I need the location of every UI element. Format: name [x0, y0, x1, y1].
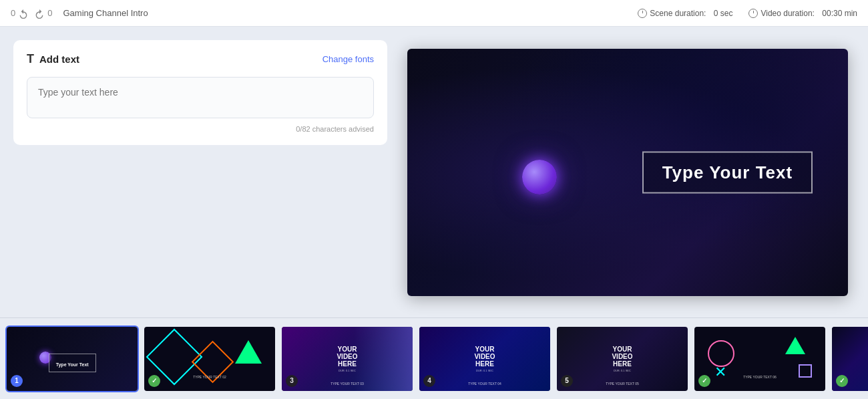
scene6-text: TYPE YOUR TEXT 06: [743, 375, 777, 379]
redo-icon[interactable]: [34, 8, 45, 19]
main-layout: T Add text Change fonts 0/82 characters …: [0, 27, 868, 317]
preview-area: Type Your Text: [401, 27, 868, 317]
topbar: 0 0 Gaming Channel Intro Scene duration:…: [0, 0, 868, 27]
scene2-text: TYPE YOUR TEXT 02: [193, 375, 226, 379]
undo-count: 0: [11, 8, 15, 18]
scene5-your-video: YOURVIDEOHERE: [612, 346, 632, 368]
scene4-center-text: YOURVIDEOHERE DUR: 0.1 SEC: [474, 346, 495, 372]
scene-item-7[interactable]: [831, 325, 868, 392]
scene-item-5[interactable]: YOURVIDEOHERE DUR: 0.1 SEC TYPE YOUR TEX…: [556, 325, 689, 392]
neon-circle: [708, 340, 734, 367]
project-title: Gaming Channel Intro: [63, 8, 148, 18]
scene5-dur: DUR: 0.1 SEC: [612, 369, 632, 372]
scene-duration: Scene duration: 0 sec: [638, 9, 732, 18]
clock-icon-1: [638, 9, 647, 18]
scene3-badge: 3: [286, 375, 298, 387]
text-overlay-label: Type Your Text: [662, 162, 793, 182]
scene3-your-video: YOURVIDEOHERE: [337, 346, 357, 368]
undo-icon[interactable]: [18, 8, 29, 19]
scene3-dur: DUR: 0.1 SEC: [337, 369, 357, 372]
redo-group: 0: [34, 8, 52, 19]
scene3-center-text: YOURVIDEOHERE DUR: 0.1 SEC: [337, 346, 357, 372]
scene5-bottom-text: TYPE YOUR TEXT 05: [606, 382, 639, 386]
left-panel: T Add text Change fonts 0/82 characters …: [0, 27, 401, 317]
filmstrip: Type Your Text 1 TYPE YOUR TEXT 02 YOURV…: [0, 317, 868, 399]
scene-item-6[interactable]: ✕ TYPE YOUR TEXT 06: [693, 325, 827, 392]
scene-item-3[interactable]: YOURVIDEOHERE DUR: 0.1 SEC TYPE YOUR TEX…: [280, 325, 414, 392]
text-input[interactable]: [27, 77, 374, 118]
text-overlay-box[interactable]: Type Your Text: [642, 151, 813, 193]
add-text-label: Add text: [39, 53, 79, 65]
scene5-center-text: YOURVIDEOHERE DUR: 0.1 SEC: [612, 346, 632, 372]
topbar-right: Scene duration: 0 sec Video duration: 00…: [638, 9, 857, 18]
triangle-shape: [235, 340, 262, 364]
video-duration: Video duration: 00:30 min: [748, 9, 857, 18]
scene4-bottom-text: TYPE YOUR TEXT 04: [468, 382, 501, 386]
scene-item-1[interactable]: Type Your Text 1: [5, 325, 139, 392]
panel-title: T Add text: [27, 52, 79, 66]
text-panel-card: T Add text Change fonts 0/82 characters …: [13, 40, 387, 145]
scene-item-2[interactable]: TYPE YOUR TEXT 02: [143, 325, 276, 392]
scene1-text: Type Your Text: [56, 362, 89, 367]
change-fonts-button[interactable]: Change fonts: [322, 54, 374, 64]
clock-icon-2: [748, 9, 758, 18]
scene-item-4[interactable]: YOURVIDEOHERE DUR: 0.1 SEC TYPE YOUR TEX…: [418, 325, 552, 392]
scene4-dur: DUR: 0.1 SEC: [474, 369, 495, 372]
panel-header: T Add text Change fonts: [27, 52, 374, 66]
scene1-textbox: Type Your Text: [49, 354, 96, 372]
neon-cross: ✕: [714, 364, 726, 381]
undo-group: 0: [11, 8, 29, 19]
scene7-badge: [836, 375, 848, 387]
scene6-badge: [698, 375, 710, 387]
neon-sq: [799, 364, 812, 378]
scene1-badge: 1: [11, 375, 23, 387]
scene2-badge: [148, 375, 160, 387]
char-count: 0/82 characters advised: [27, 125, 374, 133]
scene3-bottom-text: TYPE YOUR TEXT 03: [331, 382, 364, 386]
scene4-your-video: YOURVIDEOHERE: [474, 346, 495, 368]
scene4-badge: 4: [423, 375, 435, 387]
preview-canvas: Type Your Text: [407, 49, 848, 296]
neon-tri: [785, 337, 805, 354]
redo-count: 0: [47, 8, 52, 18]
scene5-badge: 5: [561, 375, 573, 387]
topbar-left: 0 0 Gaming Channel Intro: [11, 8, 148, 19]
text-icon: T: [27, 52, 34, 66]
glowing-orb: [522, 160, 557, 194]
